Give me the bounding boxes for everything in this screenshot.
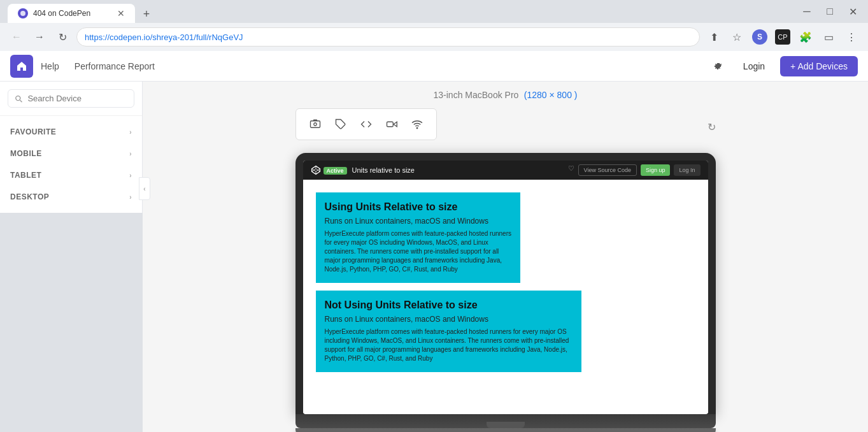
laptop-notch [487, 422, 525, 428]
svg-line-2 [20, 100, 22, 102]
sidebar-label-mobile: MOBILE [10, 149, 42, 158]
codepen-pen-title: Units relative to size [352, 166, 415, 174]
browser-frame: 404 on CodePen ✕ + ─ □ ✕ ← → ↻ https://c… [0, 0, 868, 432]
sidebar-item-tablet[interactable]: TABLET › [0, 164, 142, 186]
laptop-mockup: Active Units relative to size ♡ View Sou… [295, 153, 716, 432]
svg-point-8 [416, 127, 418, 129]
more-options-icon[interactable]: ⋮ [843, 28, 860, 46]
video-tool-button[interactable] [380, 113, 403, 136]
tab-title: 404 on CodePen [33, 9, 112, 18]
help-link[interactable]: Help [41, 61, 59, 71]
page-refresh-button[interactable]: ↻ [708, 121, 716, 133]
content-box-2: Not Using Units Relative to size Runs on… [316, 291, 581, 372]
toolbar-right: Login + Add Devices [708, 56, 858, 76]
code-tool-button[interactable] [355, 113, 378, 136]
active-tab[interactable]: 404 on CodePen ✕ [8, 4, 135, 23]
device-header: 13-inch MacBook Pro (1280 × 800 ) [434, 82, 578, 106]
codepen-badge: Active [324, 166, 347, 175]
login-button[interactable]: Login [736, 57, 772, 75]
codepen-signup-button[interactable]: Sign up [641, 164, 671, 176]
address-bar[interactable]: https://codepen.io/shreya-201/full/rNqGe… [76, 27, 700, 47]
box2-subtitle: Runs on Linux containers, macOS and Wind… [325, 315, 573, 324]
box1-title: Using Units Relative to size [325, 201, 512, 213]
search-input-wrap[interactable] [8, 89, 134, 108]
laptop-screen-frame: Active Units relative to size ♡ View Sou… [295, 153, 716, 414]
device-toolbar [295, 108, 437, 140]
codepen-view-source-button[interactable]: View Source Code [578, 164, 637, 176]
device-name: 13-inch MacBook Pro [434, 90, 519, 100]
forward-button[interactable]: → [31, 28, 48, 46]
settings-button[interactable] [708, 56, 728, 76]
chevron-right-icon-mobile: › [129, 150, 132, 157]
main-content: FAVOURITE › MOBILE › TABLET › DESKTOP › [0, 82, 868, 432]
sidebar-item-desktop[interactable]: DESKTOP › [0, 186, 142, 208]
app-toolbar: Help Performance Report Login + Add Devi… [0, 51, 868, 82]
minimize-button[interactable]: ─ [799, 4, 815, 19]
sidebar-label-favourite: FAVOURITE [10, 127, 56, 136]
tab-area: 404 on CodePen ✕ + [8, 0, 155, 23]
nav-actions: ⬆ ☆ S CP 🧩 ▭ ⋮ [705, 28, 860, 46]
box1-subtitle: Runs on Linux containers, macOS and Wind… [325, 217, 512, 226]
laptop-base [295, 428, 716, 433]
title-bar: 404 on CodePen ✕ + ─ □ ✕ [0, 0, 868, 23]
laptop-screen: Active Units relative to size ♡ View Sou… [303, 161, 708, 414]
close-button[interactable]: ✕ [845, 4, 860, 19]
codepen-bar: Active Units relative to size ♡ View Sou… [303, 161, 708, 180]
svg-point-4 [313, 123, 317, 126]
shield-badge: CP [775, 29, 790, 45]
codepen-content: Using Units Relative to size Runs on Lin… [303, 180, 708, 413]
sidebar-label-tablet: TABLET [10, 171, 41, 180]
box2-title: Not Using Units Relative to size [325, 299, 573, 311]
maximize-button[interactable]: □ [822, 4, 837, 19]
search-input[interactable] [27, 94, 127, 103]
svg-point-1 [16, 96, 20, 100]
sidebar-item-mobile[interactable]: MOBILE › [0, 143, 142, 164]
search-box [0, 82, 142, 116]
profile-avatar: S [752, 29, 767, 45]
svg-point-0 [20, 11, 25, 16]
codepen-actions: ♡ View Source Code Sign up Log In [568, 164, 701, 176]
svg-marker-7 [394, 122, 397, 127]
sidebar-label-desktop: DESKTOP [10, 192, 49, 201]
home-button[interactable] [10, 55, 33, 78]
new-tab-button[interactable]: + [138, 5, 155, 23]
sidebar-collapse-button[interactable]: ‹ [139, 177, 150, 200]
device-dimensions: (1280 × 800 ) [524, 90, 578, 100]
tab-favicon [18, 8, 28, 18]
codepen-logo: Active [311, 165, 347, 175]
search-icon [15, 94, 22, 103]
bookmark-icon[interactable]: ☆ [728, 28, 746, 46]
url-text: https://codepen.io/shreya-201/full/rNqGe… [85, 32, 692, 42]
performance-link[interactable]: Performance Report [75, 61, 155, 71]
chevron-right-icon-favourite: › [129, 129, 132, 136]
puzzle-icon[interactable]: 🧩 [797, 28, 815, 46]
shield-extension-icon[interactable]: CP [774, 28, 792, 46]
back-button[interactable]: ← [8, 28, 25, 46]
codepen-heart-button[interactable]: ♡ [568, 164, 574, 176]
sidebar-nav: FAVOURITE › MOBILE › TABLET › DESKTOP › [0, 116, 142, 213]
sidebar-toggle-icon[interactable]: ▭ [820, 28, 837, 46]
toolbar-links: Help Performance Report [41, 61, 155, 71]
refresh-button[interactable]: ↻ [53, 28, 71, 46]
sidebar: FAVOURITE › MOBILE › TABLET › DESKTOP › [0, 82, 143, 213]
codepen-login-button[interactable]: Log In [674, 164, 700, 176]
sidebar-item-favourite[interactable]: FAVOURITE › [0, 121, 142, 143]
profile-icon-btn[interactable]: S [751, 28, 769, 46]
tab-close-button[interactable]: ✕ [117, 8, 125, 18]
svg-rect-3 [310, 121, 320, 128]
laptop-bottom [295, 414, 716, 428]
laptop-reflection [295, 428, 716, 433]
add-devices-button[interactable]: + Add Devices [780, 56, 858, 76]
chevron-right-icon-tablet: › [129, 172, 132, 179]
device-title: 13-inch MacBook Pro (1280 × 800 ) [434, 89, 578, 101]
wifi-tool-button[interactable] [406, 113, 429, 136]
sidebar-wrapper: FAVOURITE › MOBILE › TABLET › DESKTOP › [0, 82, 143, 432]
nav-bar: ← → ↻ https://codepen.io/shreya-201/full… [0, 23, 868, 51]
content-box-1: Using Units Relative to size Runs on Lin… [316, 192, 521, 283]
box2-body: HyperExecute platform comes with feature… [325, 328, 573, 363]
svg-rect-6 [387, 122, 393, 127]
share-icon[interactable]: ⬆ [705, 28, 723, 46]
screenshot-tool-button[interactable] [304, 113, 327, 136]
tag-tool-button[interactable] [329, 113, 352, 136]
chevron-right-icon-desktop: › [129, 194, 132, 201]
